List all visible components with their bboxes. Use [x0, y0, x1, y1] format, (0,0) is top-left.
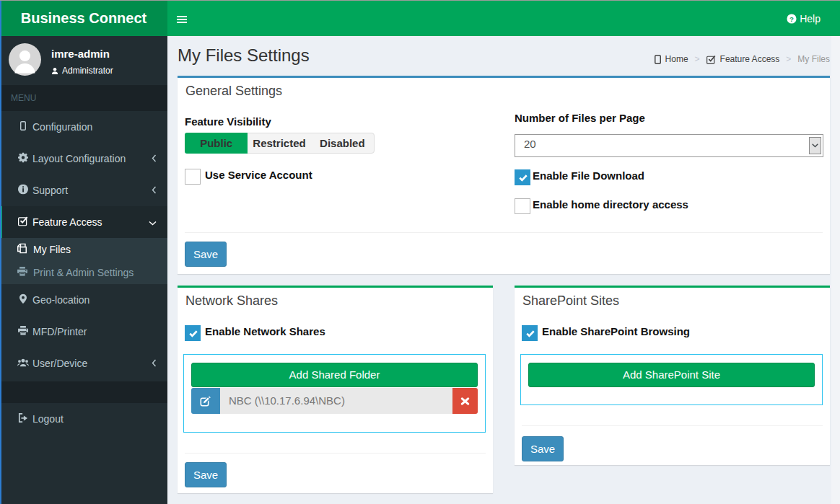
svg-text:?: ? — [789, 14, 794, 22]
